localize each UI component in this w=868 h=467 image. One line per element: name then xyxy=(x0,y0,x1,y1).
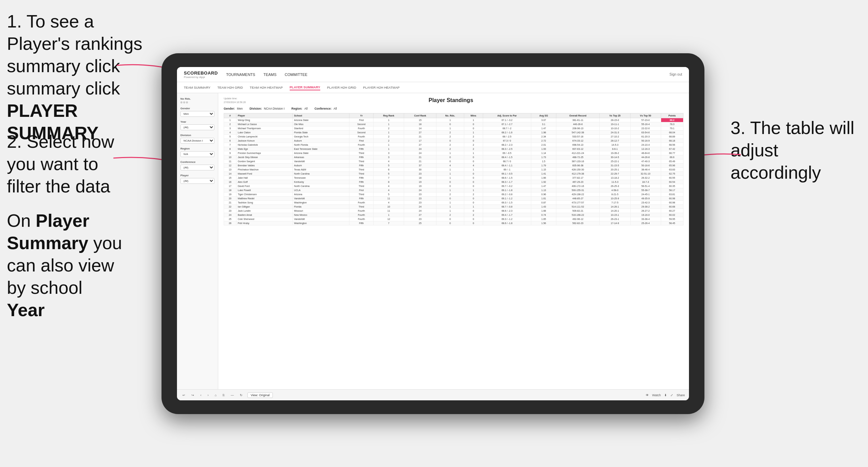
forward-button[interactable]: › xyxy=(206,393,210,398)
expand-icon[interactable]: ⤢ xyxy=(670,393,673,397)
tablet-screen: SCOREBOARD Powered by dippi TOURNAMENTS … xyxy=(177,67,689,400)
cell-adj: 68.4 / -1.1 xyxy=(483,164,531,168)
cell-player: Luke Powell xyxy=(236,188,293,192)
cell-no-rds: 1 xyxy=(436,118,464,122)
cell-wins: 0 xyxy=(464,221,483,225)
cell-conf-rank: 19 xyxy=(404,184,436,188)
no-rds-label: No Rds. xyxy=(180,97,214,100)
nav-teams[interactable]: TEAMS xyxy=(264,71,277,78)
table-row: 1 Wenyi Ding Arizona State First 1 15 1 … xyxy=(224,118,683,122)
update-date: 27/03/2024 16:56:26 xyxy=(224,101,246,103)
cell-points: 60.55 xyxy=(661,176,683,180)
cell-points: 63.83 xyxy=(661,168,683,172)
table-row: 22 Ian Gilligan Florida Third 10 24 1 1 … xyxy=(224,205,683,209)
cell-vt50: 19-16-0 xyxy=(630,213,661,217)
cell-no-rds: 0 xyxy=(436,184,464,188)
col-avg-sg: Avg SG xyxy=(531,113,556,118)
cell-vt50: 18-7-3 xyxy=(630,180,661,184)
nav-tournaments[interactable]: TOURNAMENTS xyxy=(226,71,255,78)
cell-vt50: 12-16-3 xyxy=(630,147,661,151)
tab-player-h2h-grid[interactable]: PLAYER H2H GRID xyxy=(327,85,356,90)
cell-no-rds: 2 xyxy=(436,143,464,147)
table-row: 18 Luke Powell UCLA First 4 24 1 1 69.1 … xyxy=(224,188,683,192)
cell-no-rds: 1 xyxy=(436,176,464,180)
tab-player-h2h-heatmap[interactable]: PLAYER H2H HEATMAP xyxy=(363,85,400,90)
cell-conf-rank: 24 xyxy=(404,151,436,155)
tab-team-summary[interactable]: TEAM SUMMARY xyxy=(184,85,210,90)
share-button[interactable]: Share xyxy=(677,393,685,397)
cell-record: 412-221-24 xyxy=(556,151,600,155)
content-area: No Rds. Gender Men Year (All) Division N… xyxy=(177,93,689,389)
cell-adj: 68 / -2.5 xyxy=(483,135,531,139)
toolbar-right: 👁 Watch ⬇ ⤢ Share xyxy=(646,393,685,397)
cell-rank: 2 xyxy=(224,122,236,126)
sign-out-link[interactable]: Sign out xyxy=(669,73,682,76)
player-select[interactable]: (All) xyxy=(180,178,214,184)
cell-record: 674-33-12 xyxy=(556,139,600,143)
cell-record: 448-85-27 xyxy=(556,197,600,201)
copy-button[interactable]: ⎘ xyxy=(221,393,226,398)
cell-yr: Fifth xyxy=(349,197,374,201)
cell-player: Jack Lundin xyxy=(236,209,293,213)
player-filter-label: Player xyxy=(180,174,214,177)
step2-line1: 2. Select how xyxy=(7,132,114,152)
cell-points: 67.42 xyxy=(661,147,683,151)
cell-vt25: 24-31-3 xyxy=(600,131,630,135)
cell-points: 58.17 xyxy=(661,188,683,192)
home-button[interactable]: ⌂ xyxy=(213,393,218,398)
cell-adj: 68.7 / 0 xyxy=(483,159,531,164)
cell-wins: 1 xyxy=(464,188,483,192)
cell-rank: 11 xyxy=(224,159,236,164)
cell-no-rds: 0 xyxy=(436,197,464,201)
cell-points: 58.45 xyxy=(661,221,683,225)
cell-adj: 67.1 / -2.7 xyxy=(483,122,531,126)
cell-player: Bastien Amat xyxy=(236,213,293,217)
cell-reg-rank: 5 xyxy=(374,172,404,176)
cell-adj: 69.7 / -0.2 xyxy=(483,184,531,188)
back-button[interactable]: ‹ xyxy=(199,393,203,398)
cell-yr: Second xyxy=(349,131,374,135)
cell-conf-rank: 23 xyxy=(404,197,436,201)
cell-wins: 0 xyxy=(464,180,483,184)
gender-select[interactable]: Men xyxy=(180,111,214,117)
cell-conf-rank: 18 xyxy=(404,122,436,126)
cell-record: 509-82-21 xyxy=(556,209,600,213)
cell-avg-sg: 1.68 xyxy=(531,209,556,213)
cell-yr: Fourth xyxy=(349,201,374,205)
cell-rank: 14 xyxy=(224,172,236,176)
cell-vt25: 26-23-1 xyxy=(600,217,630,221)
logo: SCOREBOARD Powered by dippi xyxy=(184,70,218,79)
cell-vt25: 4-58-0 xyxy=(600,188,630,192)
cell-rank: 4 xyxy=(224,131,236,135)
refresh-button[interactable]: ↻ xyxy=(238,393,244,398)
nav-committee[interactable]: COMMITTEE xyxy=(285,71,308,78)
view-button[interactable]: View: Original xyxy=(247,392,272,398)
cell-vt25: 10-10-2 xyxy=(600,126,630,131)
year-select[interactable]: (All) xyxy=(180,124,214,130)
tab-team-h2h-heatmap[interactable]: TEAM H2H HEATMAP xyxy=(250,85,283,90)
cell-vt50: 29-38-2 xyxy=(630,205,661,209)
division-select[interactable]: NCAA Division I xyxy=(180,138,214,144)
tab-player-summary[interactable]: PLAYER SUMMARY xyxy=(290,85,320,90)
cell-wins: 0 xyxy=(464,201,483,205)
cell-player: Ian Gilligan xyxy=(236,205,293,209)
conference-select[interactable]: (All) xyxy=(180,165,214,170)
separator-1: — xyxy=(229,393,235,398)
watch-button[interactable]: Watch xyxy=(652,393,661,397)
cell-rank: 17 xyxy=(224,184,236,188)
tab-team-h2h-grid[interactable]: TEAM H2H GRID xyxy=(217,85,243,90)
cell-record: 698-54-13 xyxy=(556,143,600,147)
cell-yr: Fourth xyxy=(349,213,374,217)
undo-button[interactable]: ↩ xyxy=(181,393,187,398)
cell-vt50: 56-51-4 xyxy=(630,184,661,188)
download-icon[interactable]: ⬇ xyxy=(664,393,667,397)
redo-button[interactable]: ↪ xyxy=(190,393,196,398)
cell-school: Washington xyxy=(292,221,349,225)
cell-vt25: 20-25-1 xyxy=(600,168,630,172)
cell-wins: 1 xyxy=(464,131,483,135)
region-select[interactable]: N/A xyxy=(180,151,214,157)
cell-points: 60.27 xyxy=(661,209,683,213)
cell-conf-rank: 17 xyxy=(404,139,436,143)
cell-record: 488-72-25 xyxy=(556,155,600,159)
cell-record: 412-179-38 xyxy=(556,172,600,176)
